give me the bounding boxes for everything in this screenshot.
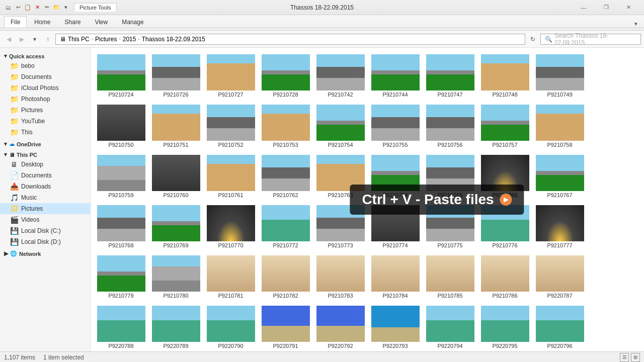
breadcrumb-pictures[interactable]: Pictures: [95, 36, 117, 43]
file-item[interactable]: P9210755: [369, 102, 422, 150]
file-item[interactable]: P9210782: [259, 253, 312, 301]
delete-icon[interactable]: ✕: [33, 4, 41, 12]
tab-share[interactable]: Share: [58, 16, 87, 28]
file-item[interactable]: P9220795: [478, 303, 531, 351]
file-item[interactable]: P9220793: [369, 303, 422, 351]
file-item[interactable]: P9210748: [478, 52, 531, 100]
file-item[interactable]: P9210763: [314, 152, 367, 201]
file-item[interactable]: P9210761: [204, 152, 257, 201]
close-button[interactable]: ✕: [617, 0, 640, 15]
file-item[interactable]: P9210768: [95, 203, 147, 251]
tab-manage[interactable]: Manage: [115, 16, 150, 28]
details-view-button[interactable]: ☰: [620, 353, 629, 362]
file-item[interactable]: P9210783: [314, 253, 367, 301]
file-item[interactable]: P9210766: [478, 152, 531, 201]
new-folder-qat-icon[interactable]: 📁: [52, 4, 60, 12]
file-item[interactable]: P9210776: [478, 203, 531, 251]
sidebar-item-videos[interactable]: 🎬 Videos: [0, 214, 90, 225]
file-item[interactable]: P9210760: [149, 152, 202, 201]
undo-icon[interactable]: ↩: [14, 4, 22, 12]
file-item[interactable]: P9210728: [259, 52, 312, 100]
file-item[interactable]: P9210784: [369, 253, 422, 301]
back-button[interactable]: ◀: [3, 34, 14, 45]
refresh-button[interactable]: ↻: [527, 34, 538, 45]
sidebar-item-pictures[interactable]: 🖼 Pictures: [0, 203, 90, 214]
sidebar-item-localc[interactable]: 💾 Local Disk (C:): [0, 225, 90, 236]
file-item[interactable]: P9210742: [314, 52, 367, 100]
file-item[interactable]: P9210770: [204, 203, 257, 251]
sidebar-thispc-header[interactable]: ▾ 🖥 This PC: [0, 148, 90, 159]
file-item[interactable]: P9210752: [204, 102, 257, 150]
tab-view[interactable]: View: [88, 16, 114, 28]
sidebar-item-documents[interactable]: 📄 Documents: [0, 170, 90, 181]
sidebar-item-documents-qa[interactable]: 📁 Documents: [0, 71, 90, 82]
ribbon-collapse-icon[interactable]: ▾: [632, 20, 640, 28]
file-item[interactable]: P9210769: [149, 203, 202, 251]
file-item[interactable]: P9210750: [95, 102, 147, 150]
sidebar-item-pictures-qa[interactable]: 📁 Pictures: [0, 105, 90, 116]
sidebar-item-music[interactable]: 🎵 Music: [0, 192, 90, 203]
search-box[interactable]: 🔍 Search Thassos 18-22.09.2015: [540, 34, 641, 45]
file-item[interactable]: P9210744: [369, 52, 422, 100]
file-item[interactable]: P9210753: [259, 102, 312, 150]
file-item[interactable]: P9210747: [424, 52, 476, 100]
file-item[interactable]: P9220787: [533, 253, 586, 301]
forward-button[interactable]: ▶: [16, 34, 27, 45]
sidebar-onedrive-header[interactable]: ▾ ☁ OneDrive: [0, 138, 90, 148]
file-item[interactable]: P9210767: [533, 152, 586, 201]
file-item[interactable]: P9210751: [149, 102, 202, 150]
sidebar-item-icloud[interactable]: 📁 iCloud Photos: [0, 82, 90, 94]
file-item[interactable]: P9210764: [369, 152, 422, 201]
sidebar-item-desktop[interactable]: 🖥 Desktop: [0, 159, 90, 170]
breadcrumb-thassos[interactable]: Thassos 18-22.09.2015: [142, 36, 205, 43]
up-button[interactable]: ↑: [42, 34, 53, 45]
file-item[interactable]: P9210777: [533, 203, 586, 251]
sidebar-network-header[interactable]: ▶ 🌐 Network: [0, 247, 90, 258]
file-item[interactable]: P9220791: [259, 303, 312, 351]
file-item[interactable]: P9210780: [149, 253, 202, 301]
file-item[interactable]: P9210757: [478, 102, 531, 150]
tab-file[interactable]: File: [4, 16, 27, 28]
file-item[interactable]: P9220794: [424, 303, 476, 351]
file-item[interactable]: P9210774: [369, 203, 422, 251]
sidebar-item-locald[interactable]: 💾 Local Disk (D:): [0, 236, 90, 247]
dropdown-arrow[interactable]: ▾: [62, 4, 70, 12]
restore-button[interactable]: ❐: [595, 0, 617, 15]
file-item[interactable]: P9210773: [314, 203, 367, 251]
large-icons-view-button[interactable]: ⊞: [631, 353, 640, 362]
sidebar-item-photoshop[interactable]: 📁 Photoshop: [0, 94, 90, 105]
file-item[interactable]: P9220790: [204, 303, 257, 351]
sidebar-item-downloads[interactable]: 📥 Downloads: [0, 181, 90, 192]
file-item[interactable]: P9220788: [95, 303, 147, 351]
dropdown-nav-button[interactable]: ▾: [29, 34, 40, 45]
file-item[interactable]: P9210781: [204, 253, 257, 301]
file-item[interactable]: P9210775: [424, 203, 476, 251]
file-item[interactable]: P9220796: [533, 303, 586, 351]
file-item[interactable]: P9210786: [478, 253, 531, 301]
minimize-button[interactable]: —: [572, 0, 595, 15]
file-item[interactable]: P9210754: [314, 102, 367, 150]
sidebar-item-youtube[interactable]: 📁 YouTube: [0, 116, 90, 127]
file-item[interactable]: P9210759: [95, 152, 147, 201]
picture-tools-tab[interactable]: Picture Tools: [74, 3, 117, 12]
breadcrumb-2015[interactable]: 2015: [123, 36, 136, 43]
file-item[interactable]: P9220792: [314, 303, 367, 351]
sidebar-item-this[interactable]: 📁 This: [0, 127, 90, 138]
file-item[interactable]: P9220789: [149, 303, 202, 351]
breadcrumb-thispc[interactable]: This PC: [68, 36, 90, 43]
file-item[interactable]: P9210779: [95, 253, 147, 301]
file-item[interactable]: P9210758: [533, 102, 586, 150]
file-item[interactable]: P9210724: [95, 52, 147, 100]
sidebar-item-bebo[interactable]: 📁 bebo: [0, 60, 90, 71]
sidebar-quickaccess-header[interactable]: ▾ Quick access: [0, 50, 90, 60]
breadcrumb[interactable]: 🖥 This PC › Pictures › 2015 › Thassos 18…: [55, 34, 525, 45]
file-item[interactable]: P9210726: [149, 52, 202, 100]
tab-home[interactable]: Home: [28, 16, 57, 28]
rename-icon[interactable]: ✏: [43, 4, 51, 12]
file-item[interactable]: P9210785: [424, 253, 476, 301]
file-item[interactable]: P9210756: [424, 102, 476, 150]
properties-icon[interactable]: 📋: [24, 4, 32, 12]
file-item[interactable]: P9210772: [259, 203, 312, 251]
file-item[interactable]: P9210749: [533, 52, 586, 100]
file-item[interactable]: P9210765: [424, 152, 476, 201]
